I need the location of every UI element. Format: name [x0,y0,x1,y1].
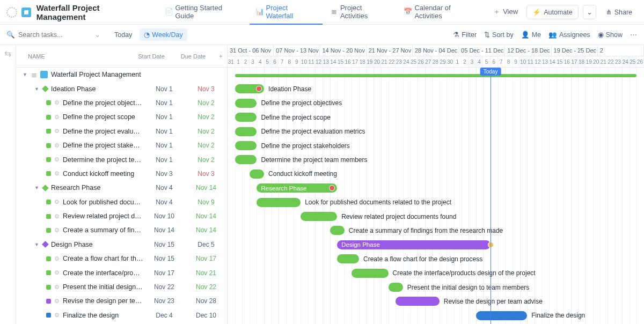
day-header: 22 [388,56,396,67]
bar-label: Revise the design per team advise [444,298,543,305]
gantt-icon: 📊 [256,8,264,16]
link-icon: ⚙ [54,255,60,262]
task-row[interactable]: ⚙Create a summary of finding...Nov 14Nov… [16,223,227,237]
day-header: 3 [250,56,257,67]
status-dot-icon [329,185,335,191]
list-icon: ≣ [330,8,338,16]
search-dropdown-icon[interactable]: ⌄ [94,31,100,39]
day-header: 15 [556,56,564,67]
start-date: Nov 15 [143,255,185,262]
task-row[interactable]: ⚙Determine the project team ...Nov 1Nov … [16,152,227,166]
start-date: Nov 1 [143,113,185,121]
gantt-bar[interactable]: Present the initial design to team membe… [389,283,403,292]
gantt-bar[interactable]: Create a flow chart for the design proce… [337,254,359,263]
start-date: Nov 1 [143,156,185,164]
gantt-bar[interactable]: Create the interface/products design of … [352,269,388,278]
gantt-bar[interactable]: Review related project documents found [301,212,337,221]
gantt-bar[interactable]: Determine the project team members [235,155,257,164]
day-header: 10 [301,56,308,67]
task-row[interactable]: ⚙Define the project objectivesNov 1Nov 2 [16,96,227,110]
day-header: 7 [498,56,506,67]
bar-label: Define the project stakeholders [261,142,349,150]
gantt-bar[interactable]: Finalize the design [476,311,527,320]
tab-view[interactable]: ＋View [486,0,524,25]
tab-project-activities[interactable]: ≣Project Activities [324,0,397,25]
tab-project-waterfall[interactable]: 📊Project Waterfall [250,0,323,25]
bar-label: Present the initial design to team membe… [407,284,529,291]
task-row[interactable]: ▼Research PhaseNov 4Nov 14 [16,181,227,195]
task-row[interactable]: ⚙Create a flow chart for the d...Nov 15N… [16,252,227,266]
task-row[interactable]: ⚙Present the initial design to t...Nov 2… [16,280,227,294]
task-row[interactable]: ⚙Look for published documen...Nov 4Nov 9 [16,195,227,209]
task-row[interactable]: ⚙Finalize the designDec 4Dec 10 [16,308,227,322]
task-row[interactable]: ⚙Create the interface/product...Nov 17No… [16,266,227,279]
gantt-bar[interactable]: Design Phase [337,240,491,249]
show-button[interactable]: ◉ Show [598,31,623,39]
sortby-button[interactable]: ⇅ Sort by [484,31,514,39]
caret-icon[interactable]: ▼ [23,72,28,77]
day-header: 5 [483,56,491,67]
task-row[interactable]: ⚙Revise the design per team a...Nov 23No… [16,294,227,308]
task-row[interactable]: ⚙Define the project evaluation...Nov 1No… [16,124,227,138]
gantt-bar[interactable]: Define the project stakeholders [235,141,257,150]
task-name: Define the project scope [63,113,135,121]
filter-button[interactable]: ⚗ Filter [453,31,477,39]
gantt-bar[interactable]: Research Phase [257,183,337,193]
task-row[interactable]: ⚙Review related project docu...Nov 10Nov… [16,209,227,223]
bar-label: Conduct kickoff meeting [268,170,337,178]
sidebar-toggle[interactable]: ⇆ [0,45,16,324]
week-header: 19 Dec - 25 Dec [552,45,598,56]
add-column-button[interactable]: ＋ [214,52,227,60]
caret-icon[interactable]: ▼ [34,242,40,247]
task-row[interactable]: ▼Design PhaseNov 15Dec 5 [16,238,227,252]
task-icon [46,115,51,120]
automate-button[interactable]: ⚡ Automate [526,5,579,19]
weekday-toggle[interactable]: ◔ Week/Day [140,28,187,41]
tab-calendar-of-activities[interactable]: 📅Calendar of Activities [398,0,485,25]
phase-icon [42,241,49,248]
task-name: Review related project docu... [63,212,143,220]
week-header: 07 Nov - 13 Nov [274,45,320,56]
gantt-bar[interactable]: Ideation Phase [235,84,264,93]
day-header: 24 [403,56,411,67]
start-date: Nov 15 [143,241,185,248]
link-icon: ⚙ [54,114,60,121]
link-icon: ⚙ [54,269,60,276]
task-row[interactable]: ⚙Define the project scopeNov 1Nov 2 [16,110,227,124]
day-header: 23 [614,56,622,67]
caret-icon[interactable]: ▼ [34,86,40,92]
gantt-bar[interactable]: Look for published documents related to … [257,198,301,207]
task-icon [46,100,51,105]
week-header: 2 [598,45,644,56]
day-header: 14 [549,56,557,67]
caret-icon[interactable]: ▼ [34,185,40,190]
gantt-bar[interactable]: Define the project scope [235,113,257,122]
day-header: 8 [286,56,294,67]
task-icon [46,143,51,148]
gantt-bar[interactable]: Define the project objectives [235,99,257,108]
today-button[interactable]: Today [110,29,136,41]
assignees-button[interactable]: 👥 Assignees [548,31,590,39]
due-date: Dec 10 [185,312,227,319]
task-row[interactable]: ⚙Conduct kickoff meetingNov 3Nov 3 [16,167,227,181]
day-header: 1 [235,56,243,67]
task-row[interactable]: ⚙Define the project stakehold...Nov 1Nov… [16,138,227,152]
task-name: Finalize the design [63,312,119,319]
gantt-bar[interactable]: Define the project evaluation metrics [235,127,257,136]
gantt-bar[interactable]: Revise the design per team advise [396,297,440,306]
day-header: 6 [491,56,498,67]
me-button[interactable]: 👤 Me [521,31,541,39]
automate-dropdown[interactable]: ⌄ [583,5,596,19]
tab-getting-started-guide[interactable]: 📄Getting Started Guide [159,0,248,25]
task-row[interactable]: ▼Ideation PhaseNov 1Nov 3 [16,82,227,95]
due-date: Nov 3 [185,170,227,178]
share-button[interactable]: ⋔ Share [601,5,638,19]
more-icon[interactable]: ⋯ [630,31,638,39]
gantt-bar[interactable]: Conduct kickoff meeting [250,170,264,179]
gantt-bar[interactable]: Create a summary of findings from the re… [330,226,345,235]
day-header: 21 [600,56,608,67]
bar-label: Define the project evaluation metrics [261,128,365,135]
search-input[interactable]: 🔍 [6,31,92,39]
task-row[interactable]: ▼≣Waterfall Project Management [16,68,227,82]
gantt-bar[interactable] [235,74,637,77]
